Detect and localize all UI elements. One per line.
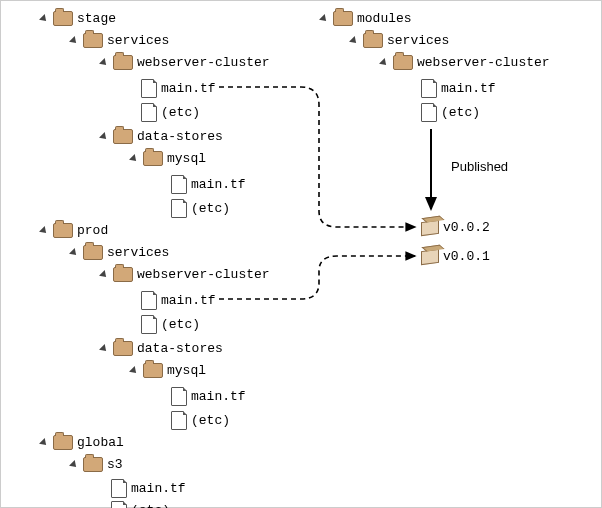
file-prod-webserver-etc: (etc) xyxy=(141,315,200,334)
folder-modules-services: services xyxy=(351,33,449,48)
file-global-s3-etc: (etc) xyxy=(111,501,170,508)
file-label: main.tf xyxy=(191,177,246,192)
file-stage-mysql-main: main.tf xyxy=(171,175,246,194)
file-label: main.tf xyxy=(131,481,186,496)
folder-modules-webserver-cluster: webserver-cluster xyxy=(381,55,550,70)
file-label: (etc) xyxy=(191,201,230,216)
folder-icon xyxy=(113,341,133,356)
version-label: v0.0.1 xyxy=(443,249,490,264)
folder-label: stage xyxy=(77,11,116,26)
folder-stage-webserver-cluster: webserver-cluster xyxy=(101,55,270,70)
file-label: main.tf xyxy=(161,293,216,308)
folder-label: services xyxy=(107,33,169,48)
file-icon xyxy=(141,79,157,98)
file-icon xyxy=(421,103,437,122)
file-label: main.tf xyxy=(191,389,246,404)
folder-icon xyxy=(333,11,353,26)
file-icon xyxy=(141,291,157,310)
file-icon xyxy=(111,501,127,508)
folder-label: global xyxy=(77,435,124,450)
file-label: main.tf xyxy=(441,81,496,96)
folder-stage-data-stores: data-stores xyxy=(101,129,223,144)
chevron-down-icon xyxy=(99,270,109,280)
folder-icon xyxy=(83,245,103,260)
file-icon xyxy=(421,79,437,98)
file-icon xyxy=(171,387,187,406)
chevron-down-icon xyxy=(69,36,79,46)
package-icon xyxy=(421,248,439,265)
chevron-down-icon xyxy=(69,460,79,470)
file-icon xyxy=(141,315,157,334)
file-icon xyxy=(171,411,187,430)
file-stage-webserver-etc: (etc) xyxy=(141,103,200,122)
folder-icon xyxy=(53,223,73,238)
file-label: main.tf xyxy=(161,81,216,96)
connector-stage-to-v002 xyxy=(219,87,415,227)
folder-label: webserver-cluster xyxy=(137,267,270,282)
file-prod-webserver-main: main.tf xyxy=(141,291,216,310)
folder-label: data-stores xyxy=(137,341,223,356)
chevron-down-icon xyxy=(319,14,329,24)
chevron-down-icon xyxy=(99,344,109,354)
folder-icon xyxy=(53,435,73,450)
folder-label: prod xyxy=(77,223,108,238)
folder-icon xyxy=(53,11,73,26)
file-prod-mysql-etc: (etc) xyxy=(171,411,230,430)
folder-global: global xyxy=(41,435,124,450)
file-icon xyxy=(171,199,187,218)
folder-icon xyxy=(113,267,133,282)
folder-icon xyxy=(143,151,163,166)
file-prod-mysql-main: main.tf xyxy=(171,387,246,406)
file-modules-etc: (etc) xyxy=(421,103,480,122)
chevron-down-icon xyxy=(379,58,389,68)
folder-icon xyxy=(83,457,103,472)
file-label: (etc) xyxy=(441,105,480,120)
package-icon xyxy=(421,219,439,236)
folder-icon xyxy=(143,363,163,378)
folder-icon xyxy=(113,129,133,144)
file-stage-mysql-etc: (etc) xyxy=(171,199,230,218)
folder-prod-mysql: mysql xyxy=(131,363,206,378)
folder-icon xyxy=(363,33,383,48)
chevron-down-icon xyxy=(349,36,359,46)
file-label: (etc) xyxy=(161,317,200,332)
folder-icon xyxy=(83,33,103,48)
folder-icon xyxy=(393,55,413,70)
chevron-down-icon xyxy=(39,226,49,236)
folder-label: modules xyxy=(357,11,412,26)
folder-stage: stage xyxy=(41,11,116,26)
version-label: v0.0.2 xyxy=(443,220,490,235)
file-global-s3-main: main.tf xyxy=(111,479,186,498)
folder-label: mysql xyxy=(167,151,206,166)
folder-prod-data-stores: data-stores xyxy=(101,341,223,356)
folder-prod-services: services xyxy=(71,245,169,260)
folder-modules: modules xyxy=(321,11,412,26)
folder-label: webserver-cluster xyxy=(137,55,270,70)
folder-global-s3: s3 xyxy=(71,457,123,472)
diagram-canvas: stage services webserver-cluster main.tf… xyxy=(0,0,602,508)
file-label: (etc) xyxy=(161,105,200,120)
chevron-down-icon xyxy=(99,132,109,142)
folder-stage-mysql: mysql xyxy=(131,151,206,166)
folder-label: services xyxy=(107,245,169,260)
version-v001: v0.0.1 xyxy=(421,249,490,264)
chevron-down-icon xyxy=(39,14,49,24)
file-label: (etc) xyxy=(131,503,170,508)
folder-prod-webserver-cluster: webserver-cluster xyxy=(101,267,270,282)
folder-label: mysql xyxy=(167,363,206,378)
folder-icon xyxy=(113,55,133,70)
folder-stage-services: services xyxy=(71,33,169,48)
file-modules-main: main.tf xyxy=(421,79,496,98)
chevron-down-icon xyxy=(99,58,109,68)
folder-prod: prod xyxy=(41,223,108,238)
file-stage-webserver-main: main.tf xyxy=(141,79,216,98)
file-icon xyxy=(111,479,127,498)
chevron-down-icon xyxy=(129,366,139,376)
folder-label: data-stores xyxy=(137,129,223,144)
folder-label: services xyxy=(387,33,449,48)
chevron-down-icon xyxy=(39,438,49,448)
published-label: Published xyxy=(451,159,508,174)
file-icon xyxy=(171,175,187,194)
folder-label: s3 xyxy=(107,457,123,472)
version-v002: v0.0.2 xyxy=(421,220,490,235)
